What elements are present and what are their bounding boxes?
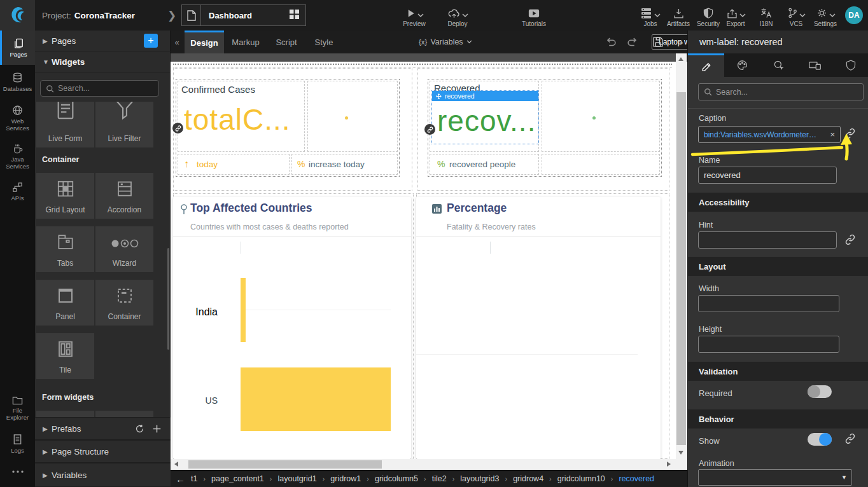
bind-link-icon[interactable] — [844, 234, 856, 245]
vscroll-thumb[interactable] — [676, 92, 686, 445]
tab-properties[interactable] — [688, 53, 724, 77]
tab-devices[interactable] — [797, 53, 833, 77]
recovered-footer-right-cell[interactable] — [542, 154, 660, 175]
bind-link-icon[interactable] — [844, 128, 856, 139]
today-label[interactable]: today — [197, 160, 218, 169]
tab-design[interactable]: Design — [185, 31, 224, 53]
app-logo[interactable] — [0, 0, 35, 31]
breadcrumb-item-active[interactable]: recovered — [619, 474, 654, 483]
recovered-value-label[interactable]: recov... — [437, 104, 536, 138]
deploy-button[interactable]: Deploy — [439, 3, 476, 29]
canvas-hscrollbar[interactable] — [171, 459, 676, 470]
rail-item-java-services[interactable]: Java Services — [0, 137, 35, 175]
bar-india[interactable] — [241, 278, 246, 342]
page-tab-dashboard[interactable]: Dashboard — [181, 4, 306, 26]
hint-input[interactable] — [698, 231, 837, 249]
scroll-up-icon[interactable] — [678, 57, 683, 61]
selection-tag[interactable]: recovered — [432, 91, 538, 101]
clear-binding-icon[interactable]: × — [826, 130, 835, 139]
properties-search-input[interactable]: Search... — [698, 83, 864, 100]
recovered-people-label[interactable]: recovered people — [449, 160, 515, 169]
breadcrumb-item[interactable]: gridcolumn5 — [375, 474, 418, 483]
tab-style[interactable]: Style — [305, 31, 342, 53]
bind-link-icon[interactable] — [844, 433, 856, 444]
recovered-tile[interactable]: Recovered recovered recov... % recovered… — [428, 79, 662, 177]
panel-scrollbar[interactable] — [167, 248, 169, 350]
widget-tile-tabs[interactable]: Tabs — [36, 226, 94, 272]
breadcrumb-item[interactable]: gridrow1 — [330, 474, 361, 483]
percentage-card[interactable]: Percentage Fatality & Recovery rates — [416, 197, 661, 459]
show-toggle[interactable] — [808, 433, 832, 446]
breadcrumb-item[interactable]: t1 — [191, 474, 197, 483]
widgets-section-header[interactable]: ▼ Widgets — [35, 51, 171, 72]
tutorials-button[interactable]: Tutorials — [515, 3, 552, 29]
confirmed-value-label[interactable]: totalC... — [184, 102, 291, 137]
height-input[interactable] — [698, 336, 839, 353]
user-avatar[interactable]: DA — [845, 6, 863, 24]
caption-input[interactable]: bind:Variables.wsvWordometerGlobal.c × — [698, 126, 841, 143]
breadcrumb-item[interactable]: gridcolumn10 — [557, 474, 605, 483]
breadcrumb-item[interactable]: page_content1 — [211, 474, 264, 483]
tab-styles[interactable] — [724, 53, 760, 77]
collapse-left-panel-button[interactable]: « — [171, 31, 183, 53]
rail-item-pages[interactable]: Pages — [0, 31, 35, 65]
confirmed-cases-title[interactable]: Confirmed Cases — [181, 84, 255, 95]
tab-security[interactable] — [833, 53, 868, 77]
widget-search-input[interactable]: Search... — [40, 80, 159, 97]
prefabs-section-header[interactable]: ▶ Prefabs — [35, 417, 171, 440]
confirmed-cases-tile[interactable]: Confirmed Cases totalC... ↑ today % incr… — [176, 79, 400, 177]
bind-badge[interactable] — [424, 124, 435, 135]
widget-tile-live-form[interactable]: Live Form — [36, 102, 94, 147]
project-chevron-icon[interactable]: ❯ — [167, 9, 176, 22]
back-arrow-icon[interactable]: ← — [176, 474, 185, 484]
confirmed-footer-left-cell[interactable] — [178, 154, 290, 175]
widget-tile-tile[interactable]: Tile — [36, 333, 94, 379]
required-toggle[interactable] — [808, 385, 832, 398]
name-input[interactable]: recovered — [698, 167, 837, 184]
scroll-left-icon[interactable] — [174, 462, 178, 467]
validation-section-header[interactable]: Validation — [688, 362, 868, 381]
rail-more-button[interactable] — [0, 464, 35, 481]
rail-item-logs[interactable]: Logs — [0, 427, 35, 460]
tab-events[interactable] — [760, 53, 797, 77]
preview-button[interactable]: Preview — [396, 3, 433, 29]
redo-button[interactable] — [626, 36, 639, 51]
accessibility-section-header[interactable]: Accessibility — [688, 193, 868, 212]
widget-tile-container[interactable]: Container — [95, 280, 153, 326]
refresh-icon[interactable] — [135, 424, 144, 434]
widget-tile-grid-layout[interactable]: Grid Layout — [36, 173, 94, 219]
grid-view-icon[interactable] — [290, 10, 305, 22]
widget-tile-accordion[interactable]: Accordion — [95, 173, 153, 219]
breadcrumb-item[interactable]: layoutgrid1 — [278, 474, 317, 483]
page-structure-section-header[interactable]: ▶ Page Structure — [35, 440, 171, 463]
rail-item-web-services[interactable]: Web Services — [0, 99, 35, 137]
add-page-button[interactable]: + — [144, 34, 158, 48]
widget-tile-live-filter[interactable]: Live Filter — [95, 102, 153, 147]
breadcrumb-item[interactable]: layoutgrid3 — [460, 474, 499, 483]
tab-markup[interactable]: Markup — [224, 31, 267, 53]
collapse-right-panel-button[interactable]: » — [675, 31, 687, 53]
scroll-down-icon[interactable] — [678, 451, 683, 455]
increase-today-label[interactable]: increase today — [309, 160, 365, 169]
confirmed-chart-cell[interactable] — [307, 81, 398, 152]
bar-us[interactable] — [241, 367, 391, 431]
variables-section-header[interactable]: ▶ Variables — [35, 463, 171, 487]
widget-tile-panel[interactable]: Panel — [36, 280, 94, 326]
animation-select[interactable]: ▼ — [698, 469, 852, 486]
rail-item-apis[interactable]: APIs — [0, 175, 35, 207]
width-input[interactable] — [698, 295, 839, 312]
variables-menu[interactable]: {x} Variables — [419, 31, 472, 53]
top-affected-countries-card[interactable]: Top Affected Countries Countries with mo… — [173, 197, 411, 459]
behavior-section-header[interactable]: Behavior — [688, 409, 868, 429]
canvas-vscrollbar[interactable] — [676, 53, 687, 459]
undo-button[interactable] — [605, 36, 617, 51]
save-button[interactable] — [652, 36, 664, 51]
recovered-chart-cell[interactable] — [542, 81, 660, 152]
tab-script[interactable]: Script — [267, 31, 305, 53]
widget-tile-wizard[interactable]: Wizard — [95, 226, 153, 272]
layout-section-header[interactable]: Layout — [688, 257, 868, 276]
pages-section-header[interactable]: ▶ Pages + — [35, 31, 171, 51]
bind-badge[interactable] — [172, 123, 183, 134]
rail-item-file-explorer[interactable]: File Explorer — [0, 389, 35, 427]
rail-item-databases[interactable]: Databases — [0, 65, 35, 99]
